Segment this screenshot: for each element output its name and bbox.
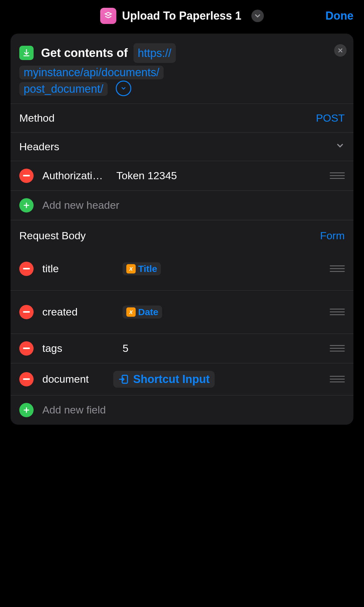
url-part-2[interactable]: post_document/ xyxy=(19,82,108,96)
drag-handle-icon[interactable] xyxy=(330,376,345,382)
remove-field-button[interactable] xyxy=(19,341,34,356)
variable-icon: x xyxy=(126,307,136,317)
add-field-row[interactable]: Add new field xyxy=(11,395,353,425)
remove-field-button[interactable] xyxy=(19,372,34,386)
drag-handle-icon[interactable] xyxy=(330,265,345,272)
shortcut-input-icon xyxy=(118,374,129,385)
drag-handle-icon[interactable] xyxy=(330,309,345,315)
chevron-down-icon xyxy=(335,141,345,153)
url-part-0[interactable]: https:// xyxy=(133,43,176,63)
request-body-value: Form xyxy=(320,230,345,242)
headers-label: Headers xyxy=(19,141,59,153)
remove-header-button[interactable] xyxy=(19,169,34,183)
body-field-created[interactable]: created xDate xyxy=(11,291,353,334)
field-value[interactable]: 5 xyxy=(123,342,321,354)
headers-row[interactable]: Headers xyxy=(11,133,353,161)
field-key[interactable]: title xyxy=(42,263,114,275)
url-part-1[interactable]: myinstance/api/documents/ xyxy=(19,66,164,79)
remove-field-button[interactable] xyxy=(19,305,34,319)
variable-icon: x xyxy=(126,264,136,273)
add-header-label: Add new header xyxy=(42,199,119,211)
header-key[interactable]: Authorizati… xyxy=(42,170,108,182)
drag-handle-icon[interactable] xyxy=(330,345,345,352)
expand-action-button[interactable] xyxy=(116,81,131,96)
request-body-row[interactable]: Request Body Form xyxy=(11,220,353,247)
header-value[interactable]: Token 12345 xyxy=(116,170,321,182)
header-item[interactable]: Authorizati… Token 12345 xyxy=(11,161,353,191)
shortcuts-app-icon xyxy=(100,8,116,24)
field-key[interactable]: created xyxy=(42,306,114,318)
remove-field-button[interactable] xyxy=(19,262,34,276)
download-icon xyxy=(19,46,34,60)
method-label: Method xyxy=(19,112,54,124)
request-body-label: Request Body xyxy=(19,230,86,242)
field-key[interactable]: tags xyxy=(42,342,114,354)
body-field-tags[interactable]: tags 5 xyxy=(11,334,353,363)
body-field-document[interactable]: document Shortcut Input xyxy=(11,363,353,395)
remove-action-button[interactable] xyxy=(334,44,347,57)
method-row[interactable]: Method POST xyxy=(11,104,353,133)
shortcut-title[interactable]: Upload To Paperless 1 xyxy=(122,9,241,22)
field-value[interactable]: xDate xyxy=(123,306,321,319)
field-value[interactable]: Shortcut Input xyxy=(113,371,321,388)
drag-handle-icon[interactable] xyxy=(330,172,345,179)
add-field-label: Add new field xyxy=(42,404,106,416)
done-button[interactable]: Done xyxy=(325,9,353,22)
field-value[interactable]: xTitle xyxy=(123,262,321,275)
body-field-title[interactable]: title xTitle xyxy=(11,247,353,291)
title-dropdown-button[interactable] xyxy=(251,10,264,22)
field-key[interactable]: document xyxy=(42,373,105,385)
action-label: Get contents of xyxy=(41,43,128,63)
method-value: POST xyxy=(316,112,345,124)
action-card: Get contents of https:// myinstance/api/… xyxy=(11,34,353,425)
add-header-button[interactable] xyxy=(19,198,34,212)
add-header-row[interactable]: Add new header xyxy=(11,191,353,220)
add-field-button[interactable] xyxy=(19,403,34,417)
